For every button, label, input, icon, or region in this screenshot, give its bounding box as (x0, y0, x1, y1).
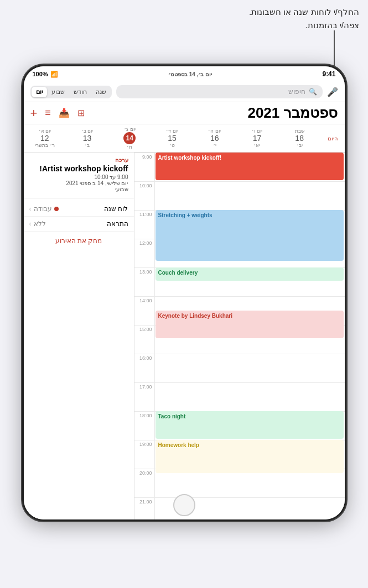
calendar-event[interactable]: Keynote by Lindsey Bukhari (156, 311, 344, 338)
time-label: 16:00 (134, 354, 154, 361)
time-label: 10:00 (134, 182, 154, 188)
detail-divider-1 (24, 198, 134, 198)
grid-view-button[interactable]: ⊞ (77, 108, 85, 118)
day-col-14[interactable]: יום ג׳ 14 ח׳ (108, 127, 151, 150)
annotation-text: החלף/י לוחות שנה או חשבונות. צפה/י בהזמנ… (249, 6, 359, 32)
tab-week[interactable]: שבוע (47, 87, 69, 97)
search-placeholder: חיפוש (288, 88, 305, 96)
time-row: 16:00 (134, 354, 345, 382)
calendar-event[interactable]: Couch delivery (156, 267, 344, 281)
day-header: היום שבת 18 יב׳ יום ו׳ 17 יא׳ יום ה׳ 16 … (24, 124, 345, 153)
event-detail-panel: ערכה Artist workshop kickoff! 9:00 עד 10… (24, 153, 134, 519)
delete-event-button[interactable]: מחק את האירוע (24, 232, 134, 250)
home-button[interactable] (173, 494, 195, 516)
chevron-right-icon-2: › (29, 220, 32, 228)
time-label: 15:00 (134, 326, 154, 332)
tab-year[interactable]: שנה (91, 87, 111, 97)
alert-row[interactable]: התראה ללא › (24, 217, 134, 232)
day-col-15[interactable]: יום ד׳ 15 ט׳ (151, 128, 194, 148)
day-col-12[interactable]: יום א׳ 12 ר׳ בתשרי (24, 128, 66, 148)
tab-day[interactable]: יום (32, 87, 47, 97)
toolbar-icons: + ≡ 📥 ⊞ (30, 106, 85, 120)
wifi-icon: 📶 (50, 71, 58, 78)
time-row: 21:00 (134, 497, 345, 519)
calendar-event[interactable]: Stretching + weights (156, 210, 344, 261)
calendar-dot (54, 207, 59, 211)
search-icon: 🔍 (309, 88, 317, 96)
search-input-wrap[interactable]: 🔍 חיפוש (116, 85, 323, 98)
calendar-time-grid[interactable]: 9:0010:0011:0012:0013:0014:0015:0016:001… (134, 153, 345, 519)
search-bar: שנה חודש שבוע יום 🔍 חיפוש 🎤 (24, 82, 345, 102)
time-row: 10:00 (134, 181, 345, 210)
event-detail-time: 9:00 עד 10:00 יום שלישי, 14 ב ספטי 2021 … (29, 174, 128, 192)
calendar-row[interactable]: לוח שנה עבודה › (24, 202, 134, 217)
status-date: יום ב׳, 14 בספטמ׳ (168, 71, 212, 77)
view-tabs: שנה חודש שבוע יום (30, 86, 112, 98)
time-label: 12:00 (134, 239, 154, 246)
calendar-title: ספטמבר 2021 (247, 104, 338, 122)
time-label: 19:00 (134, 440, 154, 447)
list-view-button[interactable]: ≡ (45, 107, 51, 119)
add-event-button[interactable]: + (30, 106, 38, 120)
chevron-right-icon: › (29, 205, 32, 213)
main-layout: ערכה Artist workshop kickoff! 9:00 עד 10… (24, 153, 345, 519)
time-label: 18:00 (134, 412, 154, 418)
day-col-18[interactable]: שבת 18 יב׳ (278, 128, 321, 148)
day-col-16[interactable]: יום ה׳ 16 י׳ (193, 128, 236, 148)
today-label: היום (321, 134, 345, 143)
time-label: 13:00 (134, 268, 154, 275)
time-slot[interactable] (154, 383, 345, 411)
day-col-17[interactable]: יום ו׳ 17 יא׳ (236, 128, 278, 148)
status-left: 100% 📶 (33, 71, 58, 78)
calendar-event[interactable]: Homework help (156, 440, 344, 473)
device-frame: 100% 📶 יום ב׳, 14 בספטמ׳ 9:41 שנה חודש ש… (24, 66, 345, 519)
time-label: 20:00 (134, 469, 154, 476)
event-detail-label: ערכה (29, 157, 128, 163)
annotation-area: החלף/י לוחות שנה או חשבונות. צפה/י בהזמנ… (191, 0, 368, 66)
status-right: 9:41 (322, 70, 335, 78)
calendar-event[interactable]: Taco night (156, 411, 344, 439)
calendar-event[interactable]: Artist workshop kickoff! (156, 153, 344, 180)
event-detail-title: Artist workshop kickoff! (29, 164, 128, 173)
status-bar: 100% 📶 יום ב׳, 14 בספטמ׳ 9:41 (24, 66, 345, 82)
time-label: 9:00 (134, 153, 154, 160)
toolbar: + ≡ 📥 ⊞ ספטמבר 2021 (24, 102, 345, 124)
tab-month[interactable]: חודש (69, 87, 91, 97)
time-label: 14:00 (134, 297, 154, 303)
time-row: 17:00 (134, 382, 345, 411)
time-slot[interactable] (154, 182, 345, 210)
inbox-button[interactable]: 📥 (59, 108, 70, 118)
battery-percent: 100% (33, 71, 48, 77)
day-col-13[interactable]: יום ב׳ 13 ב׳ (66, 128, 108, 148)
event-detail-header: ערכה Artist workshop kickoff! 9:00 עד 10… (24, 153, 134, 195)
time-grid: 9:0010:0011:0012:0013:0014:0015:0016:001… (134, 153, 345, 519)
time-label: 11:00 (134, 211, 154, 217)
mic-button[interactable]: 🎤 (327, 87, 338, 97)
status-time: 9:41 (322, 70, 335, 78)
time-label: 17:00 (134, 383, 154, 390)
time-slot[interactable] (154, 354, 345, 382)
time-label: 21:00 (134, 498, 154, 505)
time-slot[interactable] (154, 469, 345, 497)
